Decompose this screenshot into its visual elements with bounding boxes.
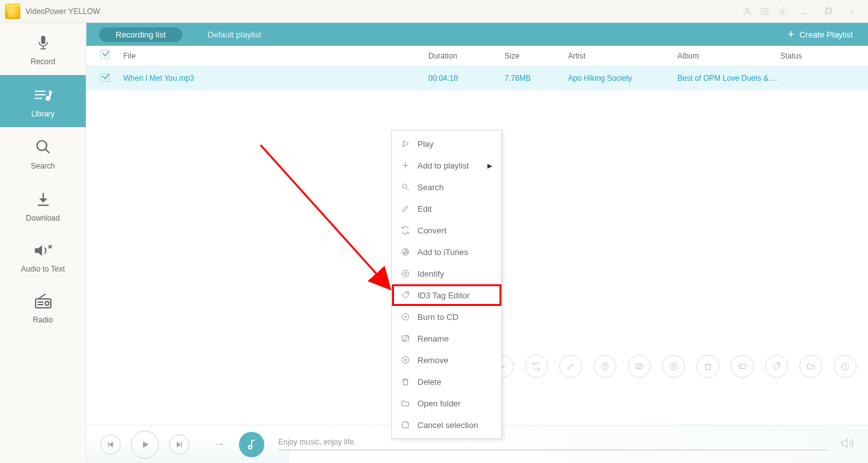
svg-point-43 <box>405 316 406 317</box>
remove-icon <box>401 356 415 364</box>
ctx-burn-to-cd[interactable]: Burn to CD <box>392 306 501 328</box>
header-status[interactable]: Status <box>780 52 868 60</box>
cell-size: 7.76MB <box>505 74 568 83</box>
ctx-identify[interactable]: Identify <box>392 263 501 284</box>
ctx-play[interactable]: Play <box>392 133 501 155</box>
player-next[interactable] <box>169 434 189 455</box>
header-checkbox[interactable] <box>86 50 123 61</box>
sidebar-item-audio-to-text[interactable]: Audio to Text <box>0 232 86 282</box>
action-open-folder[interactable] <box>799 355 822 378</box>
sidebar-item-library[interactable]: Library <box>0 75 86 127</box>
settings-icon[interactable] <box>775 4 790 19</box>
ctx-remove[interactable]: Remove <box>392 349 501 371</box>
row-checkbox[interactable] <box>86 73 123 84</box>
ctx-id3-tag-editor[interactable]: ID3 Tag Editor <box>392 284 501 306</box>
action-edit[interactable] <box>559 355 582 378</box>
account-icon[interactable] <box>740 4 755 19</box>
search-icon <box>401 183 415 191</box>
rename-icon <box>401 334 415 343</box>
action-rename[interactable] <box>628 355 651 378</box>
sidebar-item-radio[interactable]: Radio <box>0 282 86 333</box>
edit-icon <box>401 204 415 213</box>
svg-rect-13 <box>41 36 45 44</box>
svg-point-41 <box>407 293 408 294</box>
sidebar-label-record: Record <box>31 57 55 66</box>
sidebar-item-search[interactable]: Search <box>0 127 86 179</box>
annotation-arrow <box>255 140 402 293</box>
sidebar-item-download[interactable]: Download <box>0 179 86 232</box>
ctx-search[interactable]: Search <box>392 176 501 198</box>
header-album[interactable]: Album <box>677 52 780 60</box>
minimize-button[interactable] <box>793 4 815 19</box>
create-playlist-label: Create Playlist <box>799 30 853 39</box>
sidebar-label-download: Download <box>26 214 60 223</box>
play-icon <box>401 139 415 148</box>
action-remove[interactable] <box>662 355 685 378</box>
main-area: File Duration Size Artist Album Status W… <box>86 46 868 425</box>
svg-point-62 <box>778 364 779 365</box>
cd-icon <box>401 312 415 321</box>
trash-icon <box>401 377 415 386</box>
title-bar: VideoPower YELLOW <box>0 0 868 23</box>
tab-default-playlist[interactable]: Default playlist <box>208 30 262 39</box>
svg-point-26 <box>45 301 49 305</box>
list-icon[interactable] <box>757 4 773 19</box>
action-itunes[interactable] <box>593 355 616 378</box>
sidebar: Record Library Search Download Audio to … <box>0 23 86 463</box>
app-title: VideoPower YELLOW <box>25 7 100 16</box>
cancel-selection-icon <box>401 420 415 429</box>
ctx-rename[interactable]: Rename <box>392 328 501 349</box>
svg-line-30 <box>261 145 388 286</box>
svg-point-4 <box>761 8 762 9</box>
player-play[interactable] <box>131 431 159 459</box>
create-playlist-button[interactable]: + Create Playlist <box>788 30 853 39</box>
context-menu: Play Add to playlist ▶ Search Edit Conve… <box>391 130 502 439</box>
svg-point-53 <box>602 363 609 370</box>
ctx-add-to-itunes[interactable]: Add to iTunes <box>392 241 501 263</box>
player-mode-icon[interactable]: → <box>214 438 225 451</box>
ctx-open-folder[interactable]: Open folder <box>392 392 501 414</box>
action-convert[interactable] <box>525 355 548 378</box>
ctx-cancel-selection[interactable]: Cancel selection <box>392 414 501 436</box>
maximize-button[interactable] <box>817 4 839 19</box>
ctx-convert[interactable]: Convert <box>392 219 501 241</box>
action-tag[interactable] <box>765 355 788 378</box>
ctx-add-to-playlist[interactable]: Add to playlist ▶ <box>392 155 501 176</box>
sidebar-label-library: Library <box>31 109 55 118</box>
tab-recording-list[interactable]: Recording list <box>99 27 182 42</box>
svg-rect-51 <box>402 422 408 427</box>
action-history[interactable] <box>834 355 857 378</box>
player-progress[interactable] <box>278 449 827 451</box>
svg-point-38 <box>406 252 407 253</box>
cell-album: Best of OPM Love Duets & ... <box>677 74 780 83</box>
table-row[interactable]: When I Met You.mp3 00:04:18 7.76MB Apo H… <box>86 66 868 90</box>
cell-duration: 00:04:18 <box>428 74 505 83</box>
player-prev[interactable] <box>100 434 121 455</box>
svg-line-29 <box>38 294 46 299</box>
header-size[interactable]: Size <box>505 52 568 60</box>
svg-rect-48 <box>403 380 408 385</box>
volume-icon[interactable] <box>840 436 854 453</box>
sidebar-label-search: Search <box>31 162 55 170</box>
svg-point-7 <box>782 10 784 13</box>
close-button[interactable] <box>841 4 863 19</box>
header-duration[interactable]: Duration <box>428 52 505 60</box>
chevron-right-icon: ▶ <box>487 162 492 169</box>
header-file[interactable]: File <box>123 52 428 60</box>
svg-marker-64 <box>109 441 113 446</box>
ctx-edit[interactable]: Edit <box>392 198 501 219</box>
svg-rect-58 <box>706 364 710 370</box>
action-identify[interactable] <box>731 355 754 378</box>
sidebar-label-radio: Radio <box>33 315 53 324</box>
header-artist[interactable]: Artist <box>568 52 677 60</box>
svg-marker-24 <box>34 245 41 256</box>
action-delete[interactable] <box>696 355 719 378</box>
svg-point-42 <box>402 314 409 321</box>
action-bar <box>491 355 857 378</box>
svg-marker-66 <box>143 441 148 447</box>
sidebar-item-record[interactable]: Record <box>0 23 86 75</box>
svg-point-0 <box>745 8 749 11</box>
cell-file: When I Met You.mp3 <box>123 74 428 83</box>
player-track-area: Enjoy music, enjoy life. <box>278 438 827 451</box>
ctx-delete[interactable]: Delete <box>392 371 501 392</box>
